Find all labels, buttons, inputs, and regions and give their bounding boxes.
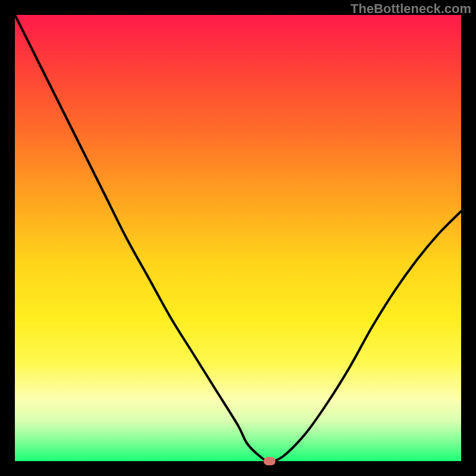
optimal-point-marker <box>264 457 275 465</box>
curve-svg <box>15 15 461 461</box>
bottleneck-curve <box>15 15 461 461</box>
watermark-text: TheBottleneck.com <box>350 1 471 17</box>
plot-area <box>15 15 461 461</box>
chart-wrapper: TheBottleneck.com <box>0 0 476 476</box>
